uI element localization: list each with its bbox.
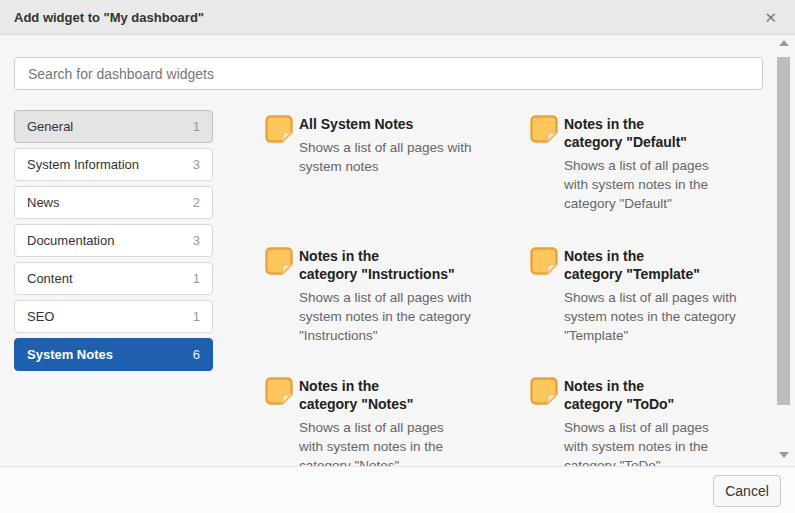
category-item-system-information[interactable]: System Information 3: [14, 148, 213, 181]
sticky-note-icon: [265, 115, 293, 143]
widget-title: Notes in the category "ToDo": [564, 377, 709, 413]
widget-title: Notes in the category "Default": [564, 115, 709, 151]
widget-all-system-notes[interactable]: All System Notes Shows a list of all pag…: [265, 115, 515, 176]
scroll-down-arrow-icon[interactable]: [779, 452, 789, 458]
category-label: SEO: [27, 309, 54, 324]
category-count: 1: [193, 119, 200, 134]
widget-title: Notes in the category "Instructions": [299, 247, 472, 283]
category-item-documentation[interactable]: Documentation 3: [14, 224, 213, 257]
category-label: System Information: [27, 157, 139, 172]
category-count: 2: [193, 195, 200, 210]
widget-notes-category-default[interactable]: Notes in the category "Default" Shows a …: [530, 115, 780, 213]
scrollbar-thumb[interactable]: [777, 57, 790, 405]
add-widget-dialog: Add widget to "My dashboard" ✕ General 1…: [0, 0, 795, 513]
widget-notes-category-instructions[interactable]: Notes in the category "Instructions" Sho…: [265, 247, 515, 345]
category-item-general[interactable]: General 1: [14, 110, 213, 143]
category-item-content[interactable]: Content 1: [14, 262, 213, 295]
scroll-up-arrow-icon[interactable]: [779, 40, 789, 46]
widget-notes-category-todo[interactable]: Notes in the category "ToDo" Shows a lis…: [530, 377, 780, 466]
vertical-scrollbar[interactable]: [776, 35, 792, 466]
dialog-title: Add widget to "My dashboard": [14, 10, 760, 25]
sticky-note-icon: [530, 115, 558, 143]
widget-description: Shows a list of all pages with system no…: [564, 418, 709, 466]
sticky-note-icon: [530, 247, 558, 275]
category-label: Documentation: [27, 233, 114, 248]
search-input[interactable]: [14, 57, 763, 90]
sticky-note-icon: [265, 247, 293, 275]
dialog-body: General 1 System Information 3 News 2 Do…: [0, 35, 795, 466]
category-list: General 1 System Information 3 News 2 Do…: [14, 110, 213, 376]
category-item-news[interactable]: News 2: [14, 186, 213, 219]
widget-title: Notes in the category "Template": [564, 247, 737, 283]
widget-notes-category-template[interactable]: Notes in the category "Template" Shows a…: [530, 247, 780, 345]
widget-description: Shows a list of all pages with system no…: [299, 288, 472, 345]
category-item-seo[interactable]: SEO 1: [14, 300, 213, 333]
category-label: System Notes: [27, 347, 113, 362]
sticky-note-icon: [265, 377, 293, 405]
category-label: News: [27, 195, 60, 210]
category-label: General: [27, 119, 73, 134]
category-count: 6: [193, 347, 200, 362]
dialog-footer: Cancel: [0, 466, 795, 513]
widget-description: Shows a list of all pages with system no…: [564, 156, 709, 213]
widget-notes-category-notes[interactable]: Notes in the category "Notes" Shows a li…: [265, 377, 515, 466]
widget-description: Shows a list of all pages with system no…: [564, 288, 737, 345]
widget-description: Shows a list of all pages with system no…: [299, 418, 444, 466]
close-icon[interactable]: ✕: [760, 8, 781, 27]
cancel-button[interactable]: Cancel: [713, 475, 781, 507]
widget-title: All System Notes: [299, 115, 472, 133]
category-label: Content: [27, 271, 73, 286]
sticky-note-icon: [530, 377, 558, 405]
dialog-header: Add widget to "My dashboard" ✕: [0, 0, 795, 35]
widget-description: Shows a list of all pages with system no…: [299, 138, 472, 176]
category-count: 3: [193, 157, 200, 172]
category-count: 3: [193, 233, 200, 248]
widget-title: Notes in the category "Notes": [299, 377, 444, 413]
category-item-system-notes[interactable]: System Notes 6: [14, 338, 213, 371]
category-count: 1: [193, 309, 200, 324]
category-count: 1: [193, 271, 200, 286]
